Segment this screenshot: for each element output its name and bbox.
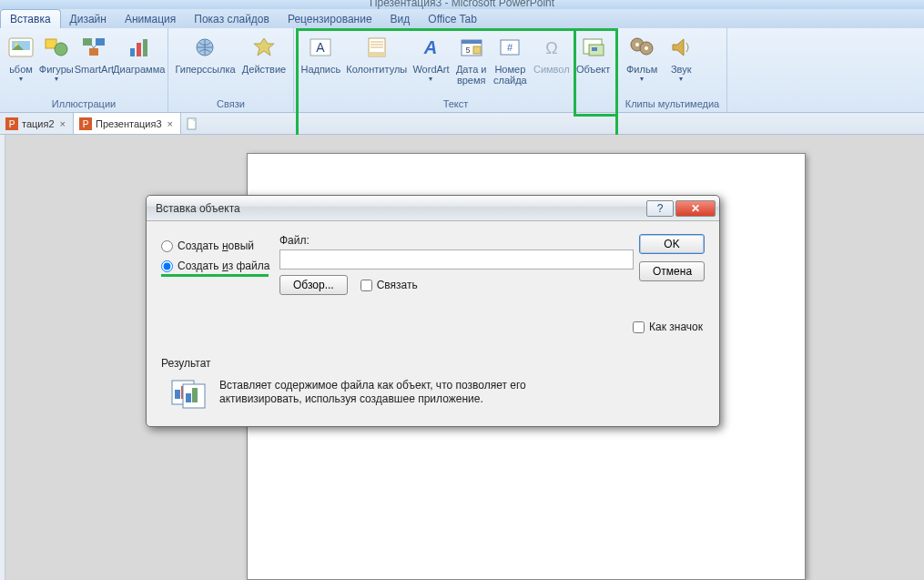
- svg-rect-10: [130, 48, 135, 56]
- svg-text:A: A: [317, 40, 326, 55]
- chevron-down-icon: ▾: [19, 75, 23, 83]
- hyperlink-button[interactable]: Гиперссылка: [172, 30, 239, 76]
- object-button[interactable]: Объект: [573, 30, 614, 76]
- wordart-icon: A: [416, 33, 445, 62]
- radio-create-new-input[interactable]: [161, 240, 173, 252]
- help-button[interactable]: ?: [646, 200, 674, 217]
- hyperlink-icon: [190, 33, 219, 62]
- shapes-icon: [42, 33, 71, 62]
- result-heading: Результат: [161, 357, 705, 370]
- svg-point-4: [55, 43, 67, 56]
- group-text-label: Текст: [294, 97, 617, 112]
- ribbon-tabstrip: Вставка Дизайн Анимация Показ слайдов Ре…: [0, 9, 924, 28]
- powerpoint-icon: P: [79, 117, 92, 130]
- svg-rect-23: [462, 40, 482, 44]
- help-icon: ?: [657, 202, 664, 215]
- browse-button[interactable]: Обзор...: [279, 275, 348, 295]
- as-icon-checkbox-input[interactable]: [633, 321, 645, 333]
- radio-create-from-file-input[interactable]: [161, 260, 173, 272]
- svg-rect-46: [192, 388, 198, 402]
- group-media: Фильм ▾ Звук ▾ Клипы мультимедиа: [618, 28, 727, 112]
- link-checkbox-label: Связать: [377, 279, 418, 291]
- tab-animation[interactable]: Анимация: [116, 10, 185, 28]
- album-label: ьбом: [9, 64, 33, 75]
- sidebar-edge[interactable]: [0, 135, 5, 580]
- app-title: Презентация3 - Microsoft PowerPoint: [370, 0, 554, 9]
- radio-create-from-file-label: Создать из файла: [178, 259, 269, 272]
- album-button[interactable]: ьбом ▾: [4, 30, 38, 84]
- ok-button[interactable]: OK: [639, 234, 705, 254]
- group-illustrations: ьбом ▾ Фигуры ▾ SmartArt Диагра: [0, 28, 168, 112]
- sound-label: Звук: [671, 64, 692, 75]
- radio-create-new-label: Создать новый: [178, 239, 254, 252]
- link-checkbox[interactable]: Связать: [360, 279, 418, 291]
- group-links: Гиперссылка Действие Связи: [168, 28, 294, 112]
- close-button[interactable]: ✕: [675, 200, 716, 217]
- tab-review[interactable]: Рецензирование: [279, 10, 381, 28]
- symbol-button: Ω Символ: [530, 30, 573, 76]
- chevron-down-icon: ▾: [55, 75, 58, 83]
- tab-insert[interactable]: Вставка: [0, 9, 61, 28]
- chart-button[interactable]: Диаграмма: [114, 30, 164, 76]
- wordart-button[interactable]: A WordArt ▾: [410, 30, 452, 84]
- shapes-button[interactable]: Фигуры ▾: [38, 30, 75, 84]
- movie-icon: [627, 33, 656, 62]
- result-icon: [170, 379, 207, 410]
- sound-icon: [666, 33, 696, 62]
- svg-rect-11: [137, 43, 141, 56]
- object-icon: [579, 33, 608, 62]
- dialog-titlebar[interactable]: Вставка объекта ? ✕: [147, 196, 719, 221]
- sound-button[interactable]: Звук ▾: [662, 30, 700, 84]
- textbox-button[interactable]: A Надпись: [298, 30, 344, 76]
- textbox-icon: A: [306, 33, 335, 62]
- datetime-label: Дата и время: [456, 64, 487, 86]
- object-label: Объект: [576, 64, 610, 75]
- group-links-label: Связи: [168, 97, 293, 112]
- doc-tab-1[interactable]: P тация2 ×: [0, 113, 74, 134]
- close-icon[interactable]: ×: [58, 118, 67, 129]
- as-icon-checkbox[interactable]: Как значок: [633, 321, 703, 333]
- movie-label: Фильм: [626, 64, 657, 75]
- tab-view[interactable]: Вид: [381, 10, 420, 28]
- chevron-down-icon: ▾: [429, 75, 432, 83]
- tab-design[interactable]: Дизайн: [61, 10, 116, 28]
- tab-slideshow[interactable]: Показ слайдов: [185, 10, 279, 28]
- svg-text:P: P: [9, 119, 15, 129]
- svg-text:P: P: [83, 119, 89, 129]
- radio-create-from-file[interactable]: Создать из файла: [161, 259, 279, 272]
- slidenumber-button[interactable]: # Номер слайда: [490, 30, 530, 86]
- movie-button[interactable]: Фильм ▾: [622, 30, 662, 84]
- datetime-button[interactable]: 5 Дата и время: [452, 30, 490, 86]
- headerfooter-button[interactable]: Колонтитулы: [344, 30, 410, 76]
- svg-point-34: [635, 43, 639, 46]
- new-doc-icon: [186, 117, 198, 130]
- file-label: Файл:: [279, 234, 634, 247]
- result-text: Вставляет содержимое файла как объект, ч…: [219, 379, 611, 406]
- headerfooter-label: Колонтитулы: [346, 64, 407, 75]
- doc-tab-2-label: Презентация3: [96, 118, 162, 129]
- new-document-button[interactable]: [181, 113, 203, 134]
- svg-rect-7: [89, 48, 98, 56]
- svg-text:Ω: Ω: [545, 39, 557, 57]
- close-icon[interactable]: ×: [166, 118, 175, 129]
- svg-line-9: [94, 46, 96, 48]
- svg-point-35: [645, 46, 648, 50]
- chevron-down-icon: ▾: [640, 75, 644, 83]
- svg-rect-6: [96, 38, 105, 46]
- radio-create-new[interactable]: Создать новый: [161, 239, 279, 252]
- link-checkbox-input[interactable]: [360, 280, 372, 291]
- action-icon: [249, 33, 279, 62]
- chart-icon: [125, 33, 154, 62]
- svg-rect-25: [473, 46, 481, 54]
- as-icon-checkbox-label: Как значок: [649, 321, 703, 333]
- close-icon: ✕: [691, 202, 700, 215]
- chevron-down-icon: ▾: [679, 75, 683, 83]
- file-path-input[interactable]: [279, 249, 634, 270]
- action-button[interactable]: Действие: [239, 30, 289, 76]
- cancel-button[interactable]: Отмена: [639, 261, 705, 281]
- svg-text:A: A: [423, 37, 437, 57]
- doc-tab-2[interactable]: P Презентация3 ×: [74, 113, 181, 134]
- tab-officetab[interactable]: Office Tab: [419, 10, 486, 28]
- symbol-label: Символ: [533, 64, 570, 75]
- smartart-button[interactable]: SmartArt: [75, 30, 115, 76]
